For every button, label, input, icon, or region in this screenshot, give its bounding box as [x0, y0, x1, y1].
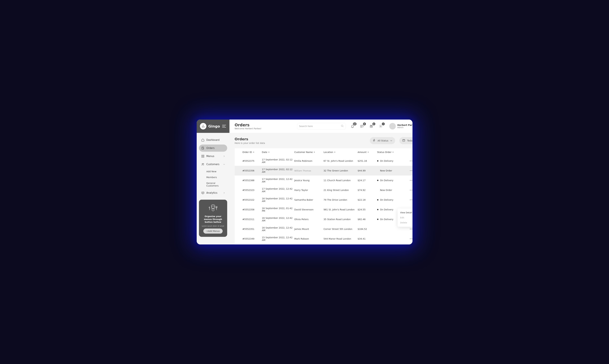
filter-date-label: Today — [407, 139, 412, 142]
brand-name: Gingo — [208, 124, 220, 128]
cell-location: 35 Station Road London — [324, 218, 358, 221]
app-frame: Gingo Dashboard Orders Menus Customers — [197, 119, 412, 245]
popup-view-detail[interactable]: View Detail — [397, 210, 412, 215]
sort-icon — [253, 151, 254, 153]
sort-icon — [368, 151, 369, 153]
cell-date: 16 September 2022, 01:42 PM — [262, 207, 294, 212]
sidebar-item-label: Analytics — [206, 191, 217, 194]
table-row[interactable]: #555237517 September 2022, 02:12 AMEmili… — [235, 156, 412, 166]
search-box[interactable] — [297, 123, 346, 130]
search-input[interactable] — [299, 125, 340, 128]
table-row[interactable]: #555234915 September 2022, 12:42 AMMark … — [235, 234, 412, 244]
cell-amount: $251.16 — [358, 160, 377, 162]
cell-amount: $82.46 — [358, 218, 377, 221]
notifications-button[interactable]: 12 — [350, 123, 355, 129]
sidebar-sub-general[interactable]: General Customers — [202, 181, 227, 188]
cell-order-id: #5552375 — [242, 160, 262, 162]
cell-date: 15 September 2022, 12:42 AM — [262, 236, 294, 241]
th-date[interactable]: Date — [262, 151, 294, 154]
th-amount[interactable]: Amount — [358, 151, 377, 154]
calendar-icon — [402, 139, 405, 143]
cell-location: 67 St. John's Road London — [324, 160, 358, 162]
table-row[interactable]: #555238817 September 2022, 12:42 AMJessi… — [235, 176, 412, 185]
sidebar-item-orders[interactable]: Orders — [199, 144, 227, 152]
sidebar-sub-members[interactable]: Members — [202, 175, 227, 180]
row-more-button[interactable] — [410, 238, 412, 239]
topbar: Orders Welcome Herbert Parkes! 12 5 2 — [229, 119, 412, 133]
avatar — [389, 123, 396, 130]
promo-title: Organize your menus through button bello… — [201, 215, 225, 223]
popup-delete[interactable]: Delete — [397, 220, 412, 225]
popup-edit[interactable]: Edit — [397, 215, 412, 220]
sort-icon — [314, 151, 315, 153]
welcome-text: Welcome Herbert Parkes! — [235, 127, 261, 130]
table-row[interactable]: #555232317 September 2022, 12:42 AMHarry… — [235, 185, 412, 195]
sidebar-sub-addnew[interactable]: Add New — [202, 169, 227, 174]
th-location[interactable]: Location — [324, 151, 358, 154]
svg-point-11 — [212, 206, 215, 209]
orders-table: Order ID Date Customer Name Location Amo… — [235, 148, 412, 245]
row-more-button[interactable] — [410, 161, 412, 161]
page-title: Orders — [235, 123, 261, 127]
cell-customer: Jessica Young — [294, 179, 324, 182]
cell-date: 16 September 2022, 12:42 AM — [262, 217, 294, 222]
cell-location: 79 The Drive London — [324, 198, 358, 201]
sort-icon — [392, 151, 394, 153]
content-header: Orders Here is your order list data All … — [235, 137, 412, 144]
table-row[interactable]: #555239715 September 2022, 12:42 AMJoe O… — [235, 244, 412, 245]
menu-toggle-icon[interactable] — [222, 125, 226, 128]
chef-icon — [207, 203, 219, 213]
svg-point-12 — [341, 125, 343, 127]
user-menu[interactable]: Herbert Parkes Admin — [389, 123, 412, 130]
table-row[interactable]: #555235816 September 2022, 01:42 PMDavid… — [235, 205, 412, 214]
gift-button[interactable]: 2 — [369, 123, 374, 129]
page-title-block: Orders Welcome Herbert Parkes! — [235, 123, 261, 130]
th-customer[interactable]: Customer Name — [294, 151, 324, 154]
cell-status — [377, 228, 405, 230]
chevron-down-icon — [223, 163, 225, 166]
cell-status: On Delivery — [377, 198, 405, 201]
th-status[interactable]: Status Order — [377, 151, 405, 154]
messages-button[interactable]: 5 — [359, 123, 365, 129]
row-more-button[interactable] — [410, 229, 412, 229]
cell-amount: $24.55 — [358, 208, 377, 211]
row-more-button[interactable] — [410, 170, 412, 171]
cell-customer: William Thomas — [294, 169, 324, 172]
row-more-button[interactable] — [410, 199, 412, 200]
filter-status-label: All Status — [378, 139, 388, 142]
row-more-button[interactable] — [410, 180, 412, 181]
cell-customer: Samantha Baker — [294, 198, 324, 201]
settings-button[interactable]: ! — [378, 123, 384, 129]
cell-amount: $164.52 — [358, 228, 377, 230]
sort-icon — [334, 151, 335, 153]
table-row[interactable]: #555232216 September 2022, 12:42 AMSaman… — [235, 195, 412, 205]
row-more-button[interactable] — [410, 190, 412, 190]
svg-point-15 — [380, 126, 381, 127]
bolt-icon — [373, 139, 376, 143]
chevron-right-icon — [223, 191, 225, 194]
promo-card: Organize your menus through button bello… — [199, 200, 227, 237]
cell-amount: $24.17 — [358, 179, 377, 182]
status-dot-icon — [377, 209, 378, 210]
cell-location: 32 The Green London — [324, 169, 358, 172]
th-order-id[interactable]: Order ID — [242, 151, 262, 154]
sidebar-item-label: Menus — [206, 155, 214, 158]
table-row[interactable]: #555235617 September 2022, 02:12 AMWilli… — [235, 166, 412, 176]
table-row[interactable]: #555235116 September 2022, 12:42 AMJames… — [235, 224, 412, 234]
filter-status[interactable]: All Status — [370, 137, 395, 144]
sidebar-item-menus[interactable]: Menus — [199, 153, 227, 160]
cell-order-id: #5552322 — [242, 198, 262, 201]
cell-amount: $22.18 — [358, 198, 377, 201]
user-info: Herbert Parkes Admin — [397, 124, 412, 129]
sidebar-item-customers[interactable]: Customers — [199, 161, 227, 168]
status-dot-icon — [377, 180, 378, 181]
user-role: Admin — [397, 126, 412, 129]
sidebar-item-dashboard[interactable]: Dashboard — [199, 136, 227, 143]
add-menus-button[interactable]: +Add Menus — [203, 229, 223, 234]
section-subtitle: Here is your order list data — [235, 142, 265, 144]
sidebar-item-analytics[interactable]: Analytics — [199, 189, 227, 196]
menus-icon — [201, 155, 204, 158]
table-row[interactable]: #555231116 September 2022, 12:42 AMOlivi… — [235, 214, 412, 224]
cell-date: 17 September 2022, 12:42 AM — [262, 187, 294, 193]
filter-date[interactable]: Today — [399, 137, 412, 144]
